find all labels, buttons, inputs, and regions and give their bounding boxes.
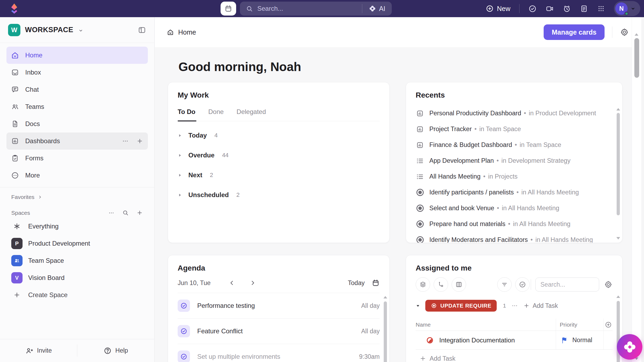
my-work-group-unscheduled[interactable]: Unscheduled 2 bbox=[178, 185, 380, 205]
my-work-group-overdue[interactable]: Overdue 44 bbox=[178, 145, 380, 165]
workspace-switcher[interactable]: W WORKSPACE bbox=[0, 17, 154, 43]
subtasks-icon bbox=[437, 281, 445, 288]
agenda-next-button[interactable] bbox=[249, 279, 256, 286]
clip-record-button[interactable] bbox=[546, 5, 554, 13]
recent-item[interactable]: Prepare hand out materials • in All Hand… bbox=[416, 216, 613, 232]
assigned-settings-button[interactable] bbox=[604, 280, 613, 289]
home-settings-button[interactable] bbox=[620, 28, 629, 37]
space-avatar: P bbox=[11, 238, 23, 249]
assigned-task-table: Name Priority Integration Documentation bbox=[416, 319, 613, 362]
sidebar-item-product-development[interactable]: P Product Development bbox=[0, 235, 154, 252]
invite-button[interactable]: Invite bbox=[0, 339, 77, 362]
tab-done[interactable]: Done bbox=[208, 108, 224, 121]
task-check-icon[interactable] bbox=[178, 325, 190, 337]
table-row[interactable]: Integration Documentation Normal bbox=[416, 331, 613, 350]
ai-button[interactable]: AI bbox=[362, 2, 392, 16]
tab-to-do[interactable]: To Do bbox=[178, 108, 195, 121]
task-check-icon[interactable] bbox=[178, 350, 190, 362]
columns-button[interactable] bbox=[452, 277, 466, 292]
priority-flag-icon[interactable] bbox=[561, 337, 568, 344]
add-task-button[interactable]: Add Task bbox=[416, 350, 613, 362]
dashboards-more-button[interactable] bbox=[122, 138, 129, 145]
list-icon bbox=[416, 173, 424, 181]
target-icon bbox=[431, 302, 437, 309]
collapse-sidebar-button[interactable] bbox=[138, 26, 146, 34]
sidebar-item-chat[interactable]: Chat bbox=[6, 81, 148, 98]
plus-circle-icon bbox=[605, 321, 612, 328]
filter-button[interactable] bbox=[497, 277, 512, 292]
task-status-icon[interactable] bbox=[426, 336, 434, 344]
recent-item[interactable]: App Development Plan • in Development St… bbox=[416, 153, 613, 169]
my-work-group-today[interactable]: Today 4 bbox=[178, 125, 380, 145]
create-space-button[interactable]: Create Space bbox=[0, 286, 154, 304]
spaces-header: Spaces bbox=[0, 200, 154, 218]
tasks-check-button[interactable] bbox=[528, 5, 537, 13]
recent-item[interactable]: Identify participants / panelists • in A… bbox=[416, 184, 613, 200]
clickup-logo[interactable] bbox=[9, 3, 19, 14]
caret-down-icon[interactable] bbox=[416, 304, 420, 308]
sidebar-item-vision-board[interactable]: V Vision Board bbox=[0, 269, 154, 286]
global-search[interactable]: Search... AI bbox=[240, 2, 392, 16]
sidebar-item-teams[interactable]: Teams bbox=[6, 98, 148, 115]
agenda-item[interactable]: Feature Conflict All day bbox=[178, 319, 380, 344]
scrollbar-up-arrow[interactable] bbox=[635, 33, 638, 36]
breadcrumb[interactable]: Home bbox=[167, 28, 196, 36]
assigned-search-input[interactable] bbox=[535, 278, 599, 291]
scrollbar-down-arrow[interactable] bbox=[616, 237, 620, 239]
sidebar-item-home[interactable]: Home bbox=[6, 47, 148, 64]
scrollbar-up-arrow[interactable] bbox=[383, 296, 387, 298]
task-check-icon[interactable] bbox=[178, 300, 190, 312]
scrollbar-thumb[interactable] bbox=[617, 113, 620, 215]
sidebar-item-dashboards[interactable]: Dashboards bbox=[6, 132, 148, 150]
notepad-button[interactable] bbox=[580, 5, 588, 13]
dashboards-add-button[interactable] bbox=[136, 138, 143, 145]
new-button[interactable]: New bbox=[486, 5, 510, 13]
agenda-calendar-button[interactable] bbox=[372, 279, 380, 287]
spaces-add-button[interactable] bbox=[136, 209, 143, 216]
column-priority: Priority bbox=[560, 322, 577, 328]
help-button[interactable]: Help bbox=[77, 339, 154, 362]
group-add-task-button[interactable]: Add Task bbox=[523, 302, 558, 309]
space-avatar-people-icon bbox=[11, 255, 23, 266]
sidebar-item-everything[interactable]: Everything bbox=[0, 218, 154, 235]
sidebar-item-forms[interactable]: Forms bbox=[6, 150, 148, 167]
scrollbar-thumb[interactable] bbox=[384, 301, 387, 362]
recent-item[interactable]: Select and book Venue • in All Hands Mee… bbox=[416, 200, 613, 216]
user-menu[interactable]: N bbox=[614, 1, 640, 16]
sidebar-item-more[interactable]: More bbox=[6, 167, 148, 184]
recent-item[interactable]: All Hands Meeting • in Projects bbox=[416, 169, 613, 184]
scrollbar-up-arrow[interactable] bbox=[616, 108, 620, 110]
spaces-search-button[interactable] bbox=[122, 209, 129, 216]
sidebar-item-inbox[interactable]: Inbox bbox=[6, 64, 148, 81]
recent-item[interactable]: Finance & Budget Dashboard • in Team Spa… bbox=[416, 137, 613, 153]
tab-delegated[interactable]: Delegated bbox=[237, 108, 266, 121]
agenda-prev-button[interactable] bbox=[228, 279, 235, 286]
agenda-item[interactable]: Set up multiple environments 9:30am bbox=[178, 344, 380, 362]
scrollbar-up-arrow[interactable] bbox=[616, 295, 620, 298]
scrollbar-thumb[interactable] bbox=[634, 38, 639, 78]
recent-item[interactable]: Identify Moderators and Facilitators • i… bbox=[416, 232, 613, 243]
recent-item[interactable]: Project Tracker • in Team Space bbox=[416, 121, 613, 137]
layers-icon bbox=[419, 281, 427, 288]
timer-button[interactable] bbox=[563, 5, 571, 13]
recent-item[interactable]: Personal Productivity Dashboard • in Pro… bbox=[416, 105, 613, 121]
sidebar-item-docs[interactable]: Docs bbox=[6, 115, 148, 132]
favorites-section-toggle[interactable]: Favorites bbox=[0, 187, 154, 200]
group-more-button[interactable] bbox=[511, 302, 518, 309]
group-count: 44 bbox=[222, 152, 228, 159]
ai-fab-button[interactable] bbox=[617, 334, 642, 360]
my-work-group-next[interactable]: Next 2 bbox=[178, 165, 380, 185]
calendar-button[interactable] bbox=[221, 2, 236, 16]
apps-grid-button[interactable] bbox=[597, 5, 605, 13]
show-closed-button[interactable] bbox=[515, 277, 530, 292]
group-by-button[interactable] bbox=[416, 277, 430, 292]
page-scrollbar[interactable] bbox=[632, 17, 641, 362]
agenda-today-button[interactable]: Today bbox=[348, 279, 365, 287]
agenda-item[interactable]: Performance testing All day bbox=[178, 293, 380, 319]
spaces-more-button[interactable] bbox=[108, 210, 115, 216]
status-badge[interactable]: UPDATE REQUIRE bbox=[425, 300, 497, 312]
manage-cards-button[interactable]: Manage cards bbox=[544, 24, 605, 40]
add-column-button[interactable] bbox=[605, 321, 612, 328]
subtasks-button[interactable] bbox=[434, 277, 448, 292]
sidebar-item-team-space[interactable]: Team Space bbox=[0, 252, 154, 269]
